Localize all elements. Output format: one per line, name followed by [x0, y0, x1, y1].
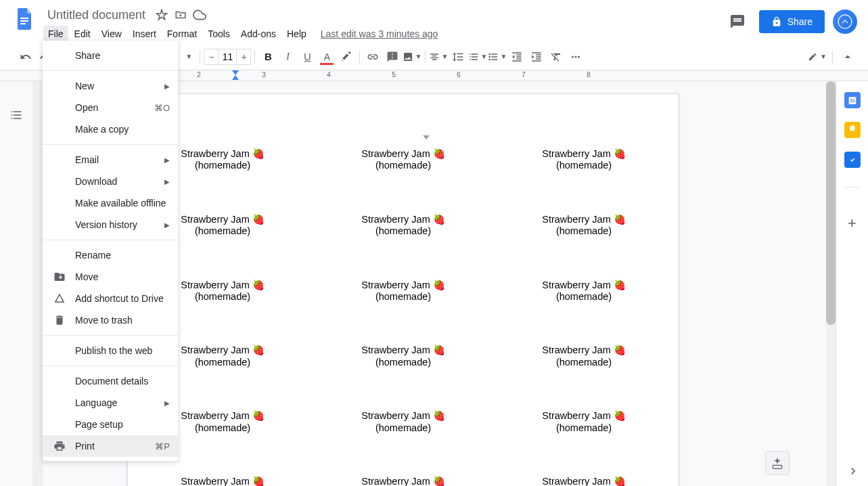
menu-details[interactable]: Document details	[43, 370, 178, 392]
link-button[interactable]	[363, 47, 382, 66]
undo-button[interactable]	[16, 47, 35, 66]
label-cell[interactable]: Strawberry Jam 🍓(homemade)	[516, 410, 652, 434]
label-cell[interactable]: Strawberry Jam 🍓(homemade)	[516, 280, 652, 303]
bold-button[interactable]: B	[258, 47, 277, 66]
ruler-number: 2	[197, 71, 201, 79]
highlight-button[interactable]	[337, 47, 356, 66]
calendar-icon[interactable]: 31	[844, 92, 861, 108]
more-button[interactable]	[566, 47, 585, 66]
menu-edit[interactable]: Edit	[70, 26, 95, 42]
menu-version[interactable]: Version history▶	[43, 214, 178, 236]
drive-shortcut-icon	[53, 292, 67, 305]
menu-view[interactable]: View	[97, 26, 127, 42]
menu-publish[interactable]: Publish to the web	[43, 340, 178, 361]
ruler-number: 5	[392, 71, 396, 79]
label-cell[interactable]: Strawberry Jam 🍓(homemade)	[336, 214, 471, 238]
label-cell[interactable]: Strawberry Jam 🍓(homemade)	[336, 148, 471, 172]
font-size-increase[interactable]: +	[237, 51, 250, 62]
column-marker-icon[interactable]	[423, 133, 430, 140]
vertical-ruler[interactable]	[32, 81, 43, 486]
editing-mode-button[interactable]: ▼	[808, 47, 827, 66]
underline-button[interactable]: U	[298, 47, 317, 66]
increase-indent-button[interactable]	[527, 47, 546, 66]
label-cell[interactable]: Strawberry Jam 🍓(homemade)	[336, 280, 471, 303]
trash-icon	[53, 314, 67, 326]
svg-point-9	[575, 56, 577, 58]
menu-file[interactable]: File	[43, 26, 68, 42]
star-icon[interactable]	[155, 8, 168, 22]
comment-button[interactable]	[383, 47, 402, 66]
label-cell[interactable]: Strawberry Jam 🍓(homemade)	[516, 476, 652, 486]
bulleted-list-button[interactable]: ▼	[488, 47, 507, 66]
svg-rect-11	[773, 465, 781, 468]
move-icon[interactable]	[174, 8, 187, 22]
comments-button[interactable]	[724, 8, 751, 35]
menu-format[interactable]: Format	[162, 26, 202, 42]
menu-language[interactable]: Language▶	[43, 392, 178, 414]
menu-insert[interactable]: Insert	[128, 26, 161, 42]
menu-help[interactable]: Help	[282, 26, 311, 42]
italic-button[interactable]: I	[278, 47, 297, 66]
font-size-decrease[interactable]: −	[204, 51, 218, 62]
keep-icon[interactable]	[844, 122, 861, 138]
last-edit-link[interactable]: Last edit was 3 minutes ago	[321, 28, 438, 39]
collapse-button[interactable]	[838, 47, 857, 66]
folder-move-icon	[53, 271, 67, 283]
indent-marker[interactable]	[232, 70, 239, 80]
side-panel: 31 +	[836, 81, 868, 486]
menu-open[interactable]: Open⌘O	[43, 97, 178, 118]
label-cell[interactable]: Strawberry Jam 🍓(homemade)	[336, 410, 471, 434]
menu-download[interactable]: Download▶	[43, 171, 178, 192]
tasks-icon[interactable]	[844, 152, 861, 168]
scrollbar-thumb[interactable]	[826, 81, 836, 325]
document-title[interactable]: Untitled document	[43, 7, 150, 24]
menu-tools[interactable]: Tools	[203, 26, 235, 42]
font-size-control: − 11 +	[204, 49, 251, 65]
header-bar: Untitled document File Edit View Insert …	[0, 0, 868, 43]
decrease-indent-button[interactable]	[507, 47, 526, 66]
menu-trash[interactable]: Move to trash	[43, 309, 178, 331]
menu-share[interactable]: Share	[43, 45, 178, 66]
ruler-number: 3	[262, 71, 266, 79]
label-cell[interactable]: Strawberry Jam 🍓(homemade)	[516, 214, 652, 238]
menu-print[interactable]: Print⌘P	[43, 435, 178, 457]
label-row: Strawberry Jam 🍓(homemade)Strawberry Jam…	[155, 345, 652, 368]
label-cell[interactable]: Strawberry Jam 🍓(homemade)	[336, 345, 471, 368]
line-spacing-button[interactable]	[449, 47, 467, 66]
share-label: Share	[787, 16, 813, 27]
label-cell[interactable]: Strawberry Jam 🍓(homemade)	[336, 476, 471, 486]
menu-add-shortcut[interactable]: Add shortcut to Drive	[43, 288, 178, 309]
font-size-value[interactable]: 11	[218, 49, 237, 64]
document-page[interactable]: Strawberry Jam 🍓(homemade)Strawberry Jam…	[127, 93, 679, 486]
menu-rename[interactable]: Rename	[43, 244, 178, 266]
text-color-button[interactable]: A	[317, 47, 336, 66]
menu-offline[interactable]: Make available offline	[43, 192, 178, 214]
collapse-panel-button[interactable]	[846, 464, 860, 478]
share-button[interactable]: Share	[759, 10, 825, 33]
svg-rect-2	[20, 23, 26, 24]
image-button[interactable]: ▼	[403, 47, 421, 66]
label-row: Strawberry Jam 🍓(homemade)Strawberry Jam…	[155, 476, 652, 486]
menu-new[interactable]: New▶	[43, 75, 178, 97]
cloud-status-icon[interactable]	[193, 8, 206, 22]
clear-formatting-button[interactable]	[547, 47, 566, 66]
svg-point-5	[489, 53, 491, 55]
vertical-scrollbar[interactable]	[826, 81, 836, 486]
add-addon-button[interactable]: +	[848, 215, 856, 232]
label-cell[interactable]: Strawberry Jam 🍓(homemade)	[155, 476, 290, 486]
align-button[interactable]: ▼	[429, 47, 448, 66]
label-row: Strawberry Jam 🍓(homemade)Strawberry Jam…	[155, 148, 652, 172]
outline-button[interactable]	[7, 106, 26, 125]
menu-addons[interactable]: Add-ons	[236, 26, 281, 42]
menu-make-copy[interactable]: Make a copy	[43, 118, 178, 140]
explore-button[interactable]	[765, 451, 790, 475]
label-cell[interactable]: Strawberry Jam 🍓(homemade)	[516, 148, 652, 172]
menu-move[interactable]: Move	[43, 266, 178, 288]
menu-email[interactable]: Email▶	[43, 149, 178, 171]
label-cell[interactable]: Strawberry Jam 🍓(homemade)	[516, 345, 652, 368]
menu-page-setup[interactable]: Page setup	[43, 414, 178, 435]
docs-logo[interactable]	[11, 5, 38, 32]
account-avatar[interactable]	[833, 9, 857, 34]
svg-rect-1	[20, 20, 28, 22]
checklist-button[interactable]: ▼	[468, 47, 487, 66]
